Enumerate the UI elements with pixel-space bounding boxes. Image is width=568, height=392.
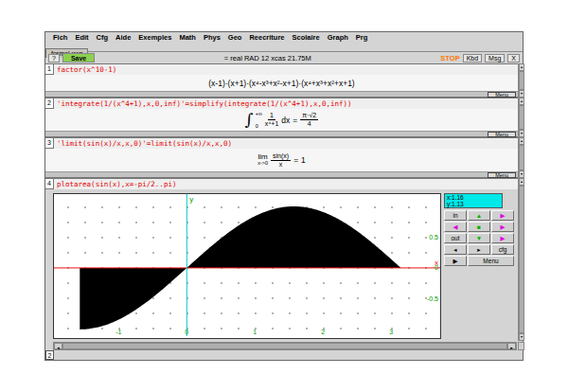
fraction-numerator: sin(x) [271, 152, 291, 161]
fraction-numerator: π·√2 [300, 112, 318, 120]
save-button[interactable]: Save [62, 53, 95, 62]
scrollbar-thumb[interactable] [519, 71, 524, 90]
entry-2-scrollbar[interactable]: ▴ ▾ [518, 98, 524, 137]
pan-down-button[interactable]: ▼ [468, 233, 490, 243]
entry-number: 4 [45, 179, 54, 189]
step-down-button[interactable]: ▶ [491, 233, 514, 243]
x-tick-label: 2 [321, 329, 325, 335]
menu-item-reecriture[interactable]: Reecriture [249, 33, 284, 42]
limit-value: 1 [301, 155, 306, 165]
cursor-coordinates: x:1.16 y:1.13 [444, 193, 503, 208]
down-arrow-icon: ▼ [476, 235, 482, 241]
scrollbar-thumb[interactable] [62, 343, 507, 349]
equals-sign: = [293, 116, 297, 125]
integral-upper-limit: +∞ [256, 111, 262, 116]
integral-limits: +∞ 0 [256, 111, 262, 129]
integrand-fraction: 1 x⁴+1 [265, 112, 279, 128]
input-line-4: 4 plotarea(sin(x),x=-pi/2..pi) [45, 179, 518, 189]
menu-item-exemples[interactable]: Exemples [138, 33, 171, 42]
scroll-right-icon[interactable]: ▸ [507, 343, 516, 349]
menu-item-math[interactable]: Math [179, 33, 196, 42]
menu-item-prg[interactable]: Prg [356, 33, 368, 42]
pan-up-button[interactable]: ▲ [468, 210, 490, 221]
plot-canvas[interactable]: -10123-0.500.5xy [53, 193, 441, 339]
scrollbar-thumb[interactable] [519, 105, 524, 130]
scroll-up-icon[interactable]: ▴ [519, 178, 524, 186]
menu-item-scolaire[interactable]: Scolaire [293, 33, 320, 42]
menu-item-graph[interactable]: Graph [328, 33, 348, 42]
graph-menu-button[interactable]: Menu [468, 256, 514, 266]
entry-4-scrollbar[interactable]: ▴ ▾ [518, 178, 524, 341]
output-area-1: (x-1)·(x+1)·(x⁴-x³+x²-x+1)·(x⁴+x³+x²+x+1… [45, 75, 518, 91]
cursor-x-value: x:1.16 [447, 194, 502, 201]
session-entry-4: 4 plotarea(sin(x),x=-pi/2..pi) -10123-0.… [45, 178, 518, 341]
session-entry-3: 3 'limit(sin(x)/x,x,0)'=limit(sin(x)/x,x… [45, 137, 518, 178]
scrollbar-thumb[interactable] [519, 145, 524, 170]
right-arrow-icon: ▶ [501, 235, 506, 242]
menu-item-geo[interactable]: Geo [228, 33, 242, 42]
menu-item-aide[interactable]: Aide [115, 33, 131, 42]
prev-button[interactable]: ◂ [444, 244, 467, 255]
session-level-indicator[interactable]: 2 [45, 350, 54, 360]
cursor-y-value: y:1.13 [447, 201, 502, 207]
help-button[interactable]: ? [48, 54, 60, 62]
status-text[interactable]: = real RAD 12 xcas 21.75M [224, 54, 311, 62]
entry-3-scrollbar[interactable]: ▴ ▾ [518, 137, 524, 178]
tab-bar: formel.xws [45, 43, 523, 52]
scrollbar-corner [518, 342, 524, 350]
up-arrow-icon: ▲ [476, 212, 482, 219]
cfg-button[interactable]: cfg [491, 244, 514, 255]
menu-item-edit[interactable]: Edit [75, 33, 88, 42]
command-input-factor[interactable]: factor(x^10-1) [54, 65, 116, 74]
left-arrow-icon: ◀ [453, 223, 458, 231]
small-left-icon: ◂ [453, 246, 456, 254]
fraction-numerator: 1 [268, 112, 275, 120]
menu-item-fich[interactable]: Fich [53, 33, 67, 42]
play-icon: ▶ [453, 258, 458, 265]
y-axis-label: y [189, 195, 193, 204]
scroll-up-icon[interactable]: ▴ [519, 98, 524, 105]
play-button[interactable]: ▶ [444, 256, 467, 266]
command-input-plotarea[interactable]: plotarea(sin(x),x=-pi/2..pi) [54, 180, 176, 188]
pan-left-button[interactable]: ◀ [444, 222, 467, 232]
zoom-out-button[interactable]: out [444, 233, 467, 243]
command-input-integrate[interactable]: 'integrate(1/(x^4+1),x,0,inf)'=simplify(… [54, 99, 352, 108]
menu-bar: Fich Edit Cfg Aide Exemples Math Phys Ge… [45, 32, 523, 43]
output-area-2: ∫ +∞ 0 1 x⁴+1 dx = π·√2 4 [45, 109, 518, 131]
menu-item-phys[interactable]: Phys [204, 33, 221, 42]
scroll-down-icon[interactable]: ▾ [519, 333, 524, 341]
pan-right-button[interactable]: ▶ [491, 222, 514, 232]
msg-button[interactable]: Msg [485, 54, 505, 62]
scrollbar-thumb[interactable] [519, 186, 524, 333]
scroll-down-icon[interactable]: ▾ [519, 170, 524, 178]
fraction-denominator: x [279, 161, 283, 169]
fraction-denominator: x⁴+1 [265, 120, 279, 128]
scroll-down-icon[interactable]: ▾ [519, 90, 524, 98]
entry-number: 3 [45, 138, 54, 149]
toolbar: ? Save = real RAD 12 xcas 21.75M STOP Kb… [45, 52, 523, 63]
lim-approach: x->0 [257, 160, 268, 167]
scroll-up-icon[interactable]: ▴ [519, 63, 524, 71]
horizontal-scrollbar[interactable]: ◂ ▸ [53, 342, 517, 350]
step-right-button[interactable]: ▶ [491, 210, 514, 221]
next-button[interactable]: ▸ [468, 244, 490, 255]
entry-1-scrollbar[interactable]: ▴ ▾ [518, 63, 524, 98]
stop-button[interactable]: STOP [440, 54, 459, 62]
zoom-in-button[interactable]: in [444, 210, 467, 221]
dx-symbol: dx [281, 116, 290, 125]
center-button[interactable]: ■ [468, 222, 490, 232]
plot-svg: -10123-0.500.5xy [54, 194, 440, 338]
command-input-limit[interactable]: 'limit(sin(x)/x,x,0)'=limit(sin(x)/x,x,0… [54, 139, 232, 148]
scroll-down-icon[interactable]: ▾ [519, 130, 524, 137]
scroll-left-icon[interactable]: ◂ [54, 343, 62, 349]
input-line-2: 2 'integrate(1/(x^4+1),x,0,inf)'=simplif… [45, 98, 518, 109]
kbd-button[interactable]: Kbd [463, 54, 482, 62]
close-button[interactable]: X [507, 54, 520, 62]
menu-item-cfg[interactable]: Cfg [97, 33, 109, 42]
integral-sign: ∫ [245, 112, 254, 128]
limit-operator: lim x->0 [257, 153, 268, 167]
scroll-up-icon[interactable]: ▴ [519, 137, 524, 145]
entry-number: 2 [45, 98, 54, 109]
graph-output: -10123-0.500.5xy x:1.16 y:1.13 in ▲ ▶ ◀ … [45, 189, 518, 341]
right-arrow-icon: ▶ [501, 223, 506, 231]
